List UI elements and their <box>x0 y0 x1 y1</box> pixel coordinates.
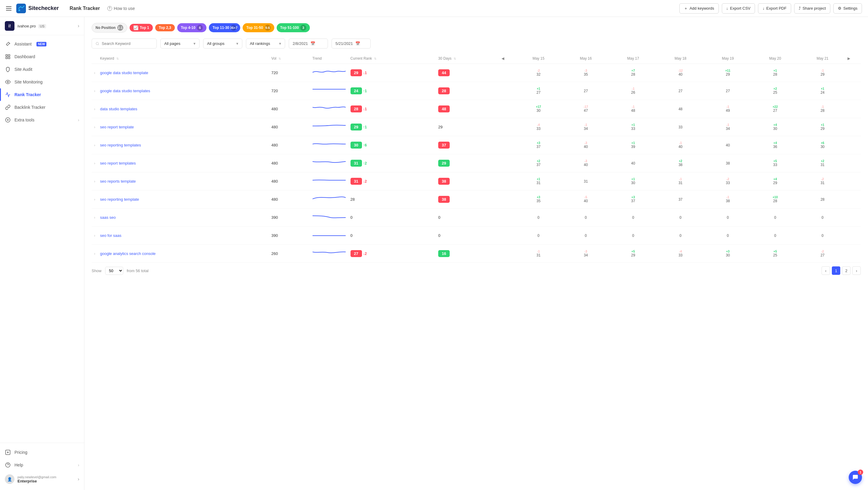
sidebar-item-extra-tools[interactable]: Extra tools › <box>0 114 84 126</box>
keyword-search[interactable] <box>92 38 157 49</box>
badge-count: 3 <box>300 25 306 31</box>
col-trend: Trend <box>310 53 348 64</box>
sidebar-item-rank-tracker[interactable]: Rank Tracker <box>0 88 84 101</box>
date-rank-value: 40 <box>612 161 654 165</box>
sidebar-item-backlink-tracker[interactable]: Backlink Tracker <box>0 101 84 114</box>
delta-value: +1 <box>801 123 844 127</box>
badge-top23[interactable]: Top 2,3 <box>155 24 175 31</box>
date-cell: -149 <box>704 100 751 118</box>
trend-cell <box>310 82 348 100</box>
nav-left[interactable]: ◀ <box>500 53 515 64</box>
show-select[interactable]: 50 100 <box>105 267 123 275</box>
date-to[interactable]: 5/21/2021 📅 <box>332 38 371 49</box>
groups-filter[interactable]: All groups ▾ <box>203 38 242 49</box>
sidebar-item-site-monitoring[interactable]: Site Monitoring <box>0 75 84 88</box>
share-project-button[interactable]: ⤴ Share project <box>794 3 830 13</box>
delta-value: +1 <box>801 87 844 90</box>
expand-button[interactable]: › <box>94 234 95 238</box>
expand-button[interactable]: › <box>94 107 95 111</box>
keyword-link[interactable]: seo report templates <box>100 161 136 165</box>
expand-button[interactable]: › <box>94 197 95 202</box>
next-page-button[interactable]: › <box>852 266 861 275</box>
page-2-button[interactable]: 2 <box>842 266 850 275</box>
keyword-link[interactable]: google data studio template <box>100 70 148 75</box>
hamburger-menu[interactable] <box>6 6 11 10</box>
keyword-link[interactable]: google analytics search console <box>100 251 156 256</box>
keyword-link[interactable]: google data studio templates <box>100 89 150 93</box>
date-cell: -231 <box>799 172 846 190</box>
how-to-use[interactable]: ? How to use <box>107 6 135 11</box>
svg-rect-0 <box>16 4 26 13</box>
export-pdf-button[interactable]: ↓ Export PDF <box>758 3 791 13</box>
delta-value: -1 <box>612 87 654 90</box>
date-cell: +225 <box>751 82 799 100</box>
keyword-link[interactable]: seo for saas <box>100 233 121 238</box>
date-cell: 0 <box>515 209 562 226</box>
keyword-link[interactable]: seo reporting template <box>100 197 139 202</box>
sidebar-item-label: Backlink Tracker <box>14 105 45 110</box>
sidebar-item-site-audit[interactable]: Site Audit <box>0 63 84 75</box>
date-cell: 40 <box>704 136 751 154</box>
site-selector[interactable]: i! ivahoe.pro US › <box>0 17 84 35</box>
date-cell: 0 <box>562 226 610 245</box>
pages-filter[interactable]: All pages ▾ <box>160 38 199 49</box>
current-rank-cell: 27 ↓2 <box>348 245 436 263</box>
badge-top1[interactable]: 📈 Top 1 <box>130 24 153 32</box>
date-cell: -540 <box>562 190 610 209</box>
delta-value: -3 <box>564 159 607 163</box>
keyword-link[interactable]: seo reporting templates <box>100 143 141 147</box>
add-keywords-button[interactable]: ＋ Add keywords <box>679 3 719 13</box>
date-cell: +436 <box>751 136 799 154</box>
badge-label: Top 1 <box>140 26 149 30</box>
sidebar-nav: Assistant NEW Dashboard Site Audit Site <box>0 35 84 443</box>
svg-point-1 <box>19 9 20 11</box>
expand-button[interactable]: › <box>94 215 95 220</box>
expand-button[interactable]: › <box>94 179 95 184</box>
badge-no-position[interactable]: No Position 2-1 <box>92 23 127 33</box>
badge-top410[interactable]: Top 4-10 6 <box>177 23 207 32</box>
table-row: ›google data studio templates72024 ↑128+… <box>92 82 861 100</box>
chat-bubble[interactable]: 1 <box>849 471 862 484</box>
expand-button[interactable]: › <box>94 252 95 256</box>
user-section[interactable]: 👤 paliy.newlevel@gmail.com Enterprise › <box>0 471 84 487</box>
page-1-button[interactable]: 1 <box>832 266 840 275</box>
settings-button[interactable]: ⚙ Settings <box>833 3 862 13</box>
trend-cell <box>310 154 348 172</box>
rankings-filter[interactable]: All rankings ▾ <box>246 38 285 49</box>
expand-button[interactable]: › <box>94 89 95 93</box>
export-csv-button[interactable]: ↓ Export CSV <box>722 3 755 13</box>
delta-value: -1 <box>707 195 749 199</box>
expand-button[interactable]: › <box>94 125 95 129</box>
sidebar-item-dashboard[interactable]: Dashboard <box>0 50 84 63</box>
date-cell: 0 <box>751 209 799 226</box>
expand-button[interactable]: › <box>94 143 95 147</box>
sidebar-item-help[interactable]: Help › <box>0 459 84 471</box>
chat-icon <box>852 474 859 481</box>
badge-top3150[interactable]: Top 31-50 9-6 <box>243 23 274 32</box>
site-badge: US <box>38 24 46 28</box>
search-input[interactable] <box>101 41 153 46</box>
keyword-link[interactable]: saas seo <box>100 215 116 220</box>
expand-button[interactable]: › <box>94 71 95 75</box>
prev-page-button[interactable]: ‹ <box>822 266 830 275</box>
expand-button[interactable]: › <box>94 161 95 165</box>
keyword-link[interactable]: seo reports template <box>100 179 136 184</box>
date-from[interactable]: 2/8/2021 📅 <box>289 38 328 49</box>
sidebar-item-pricing[interactable]: Pricing <box>0 446 84 459</box>
delta-value: +2 <box>659 159 702 163</box>
keyword-link[interactable]: data studio templates <box>100 107 137 111</box>
sidebar: i! ivahoe.pro US › Assistant NEW Dashboa… <box>0 17 84 490</box>
date-rank-value: 38 <box>707 199 749 203</box>
badge-top1130[interactable]: Top 11-30 36+7 <box>209 23 240 32</box>
change-badge: ↓2 <box>363 252 367 256</box>
date-to-value: 5/21/2021 <box>336 41 353 46</box>
sidebar-item-assistant[interactable]: Assistant NEW <box>0 38 84 50</box>
badge-top51100[interactable]: Top 51-100 3 <box>277 23 310 32</box>
date-rank-value: 40 <box>707 143 749 147</box>
table-row: ›seo reporting templates48030 ↑637+337-3… <box>92 136 861 154</box>
site-info: ivahoe.pro US <box>18 24 78 28</box>
nav-right[interactable]: ▶ <box>846 53 861 64</box>
vol-cell: 390 <box>269 226 310 245</box>
keyword-link[interactable]: seo report template <box>100 125 134 129</box>
rank-badge: 29 <box>350 69 362 76</box>
